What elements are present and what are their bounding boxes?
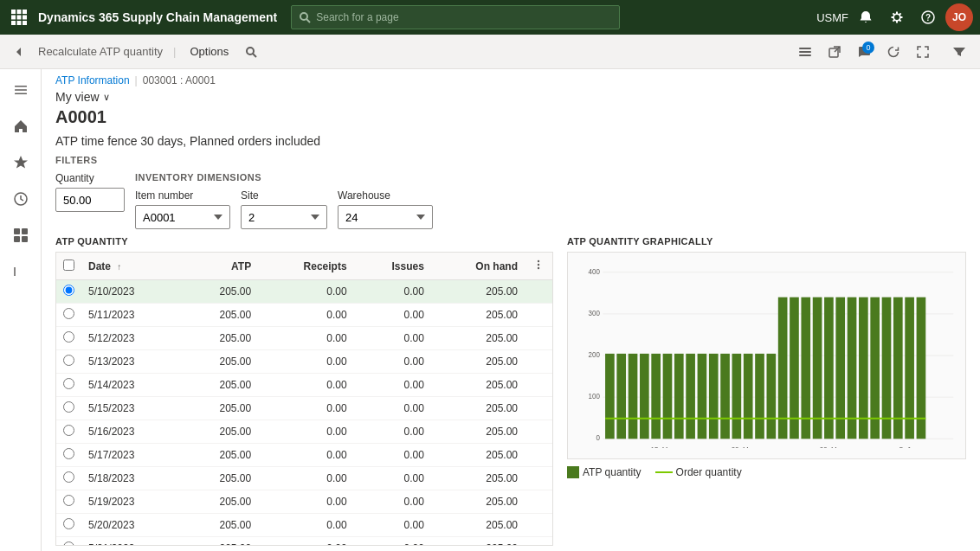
quantity-field: Quantity — [55, 172, 125, 212]
cell-extra — [525, 467, 552, 490]
table-row[interactable]: 5/11/2023 205.00 0.00 0.00 205.00 — [56, 304, 552, 327]
app-grid-icon[interactable] — [7, 5, 31, 29]
row-radio[interactable] — [63, 285, 74, 296]
cell-issues: 0.00 — [354, 420, 431, 444]
cell-atp: 205.00 — [182, 420, 258, 444]
nav-workspaces-button[interactable] — [3, 218, 38, 253]
table-row[interactable]: 5/15/2023 205.00 0.00 0.00 205.00 — [56, 397, 552, 420]
row-radio[interactable] — [63, 401, 74, 413]
row-radio[interactable] — [63, 331, 74, 343]
open-in-new-icon[interactable] — [821, 38, 848, 66]
row-radio[interactable] — [63, 541, 74, 546]
row-radio-cell[interactable] — [56, 420, 81, 444]
row-radio-cell[interactable] — [56, 304, 81, 327]
item-number-select[interactable]: A0001 — [135, 205, 230, 229]
cell-atp: 205.00 — [182, 537, 258, 547]
select-all-checkbox[interactable] — [63, 259, 74, 271]
nav-modules-button[interactable] — [3, 254, 38, 289]
cell-date: 5/15/2023 — [81, 397, 182, 420]
messages-badge: 0 — [862, 42, 874, 54]
warehouse-select[interactable]: 24 — [338, 205, 433, 229]
filter-icon[interactable] — [945, 38, 973, 66]
view-title[interactable]: My view ∨ — [55, 90, 110, 104]
table-row[interactable]: 5/12/2023 205.00 0.00 0.00 205.00 — [56, 327, 552, 350]
row-radio[interactable] — [63, 355, 74, 366]
options-button[interactable]: Options — [183, 42, 235, 61]
breadcrumb-code: 003001 : A0001 — [143, 74, 216, 86]
svg-rect-23 — [14, 228, 20, 234]
svg-point-13 — [247, 48, 254, 54]
row-radio-cell[interactable] — [56, 514, 81, 537]
row-radio[interactable] — [63, 378, 74, 389]
cell-atp: 205.00 — [182, 280, 258, 304]
refresh-icon[interactable] — [880, 38, 907, 66]
table-row[interactable]: 5/18/2023 205.00 0.00 0.00 205.00 — [56, 467, 552, 490]
fullscreen-icon[interactable] — [909, 38, 937, 66]
cell-issues: 0.00 — [354, 280, 431, 304]
row-radio-cell[interactable] — [56, 280, 81, 304]
row-radio-cell[interactable] — [56, 397, 81, 420]
cell-extra — [525, 514, 552, 537]
svg-rect-50 — [709, 354, 719, 439]
table-row[interactable]: 5/10/2023 205.00 0.00 0.00 205.00 — [56, 280, 552, 304]
cell-extra — [525, 397, 552, 420]
notifications-icon[interactable] — [852, 3, 880, 31]
row-radio[interactable] — [63, 471, 74, 483]
row-radio-cell[interactable] — [56, 350, 81, 374]
row-radio-cell[interactable] — [56, 444, 81, 467]
row-radio[interactable] — [63, 448, 74, 459]
table-row[interactable]: 5/16/2023 205.00 0.00 0.00 205.00 — [56, 420, 552, 444]
svg-rect-45 — [651, 354, 661, 439]
help-icon[interactable]: ? — [914, 3, 942, 31]
row-radio-cell[interactable] — [56, 490, 81, 514]
table-row[interactable]: 5/20/2023 205.00 0.00 0.00 205.00 — [56, 514, 552, 537]
nav-home-button[interactable] — [3, 109, 38, 144]
env-label: USMF — [816, 11, 848, 24]
row-radio[interactable] — [63, 518, 74, 529]
back-button[interactable] — [7, 40, 31, 64]
col-issues: Issues — [354, 253, 431, 280]
table-row[interactable]: 5/17/2023 205.00 0.00 0.00 205.00 — [56, 444, 552, 467]
row-radio-cell[interactable] — [56, 374, 81, 397]
cell-atp: 205.00 — [182, 350, 258, 374]
row-radio-cell[interactable] — [56, 467, 81, 490]
breadcrumb-info-link[interactable]: ATP Information — [55, 74, 130, 86]
site-select[interactable]: 2 — [241, 205, 327, 229]
table-row[interactable]: 5/21/2023 205.00 0.00 0.00 205.00 — [56, 537, 552, 547]
row-radio[interactable] — [63, 495, 74, 506]
row-radio-cell[interactable] — [56, 327, 81, 350]
cell-onhand: 205.00 — [431, 397, 525, 420]
nav-recent-button[interactable] — [3, 182, 38, 216]
svg-rect-17 — [799, 54, 811, 56]
user-avatar[interactable]: JO — [945, 3, 973, 31]
inv-dim-header: INVENTORY DIMENSIONS — [135, 172, 433, 183]
view-name: My view — [55, 90, 100, 104]
svg-text:200: 200 — [589, 349, 600, 359]
toolbar-search-icon[interactable] — [239, 40, 263, 64]
col-onhand: On hand — [431, 253, 525, 280]
table-row[interactable]: 5/19/2023 205.00 0.00 0.00 205.00 — [56, 490, 552, 514]
cell-extra — [525, 537, 552, 547]
recalculate-label: Recalculate ATP quantity — [38, 45, 163, 58]
cell-receipts: 0.00 — [258, 467, 353, 490]
legend-order-label: Order quantity — [676, 466, 742, 478]
quantity-input[interactable] — [55, 188, 125, 212]
nav-collapse-button[interactable] — [3, 73, 38, 107]
settings-icon[interactable] — [883, 3, 911, 31]
row-radio[interactable] — [63, 308, 74, 319]
main-content: ATP Information | 003001 : A0001 My view… — [42, 69, 980, 551]
row-radio-cell[interactable] — [56, 537, 81, 547]
table-row[interactable]: 5/13/2023 205.00 0.00 0.00 205.00 — [56, 350, 552, 374]
view-title-row: My view ∨ — [42, 88, 980, 106]
personalize-icon[interactable] — [791, 38, 819, 66]
atp-table-wrapper[interactable]: Date ↑ ATP Receipts Issues On hand — [55, 252, 553, 546]
cell-extra — [525, 350, 552, 374]
breadcrumb: ATP Information | 003001 : A0001 — [42, 69, 980, 88]
svg-rect-52 — [732, 354, 742, 439]
search-bar[interactable]: Search for a page — [291, 5, 620, 29]
messages-icon[interactable]: 0 — [850, 38, 878, 66]
nav-favorites-button[interactable] — [3, 145, 38, 180]
cell-atp: 205.00 — [182, 374, 258, 397]
table-row[interactable]: 5/14/2023 205.00 0.00 0.00 205.00 — [56, 374, 552, 397]
row-radio[interactable] — [63, 425, 74, 436]
